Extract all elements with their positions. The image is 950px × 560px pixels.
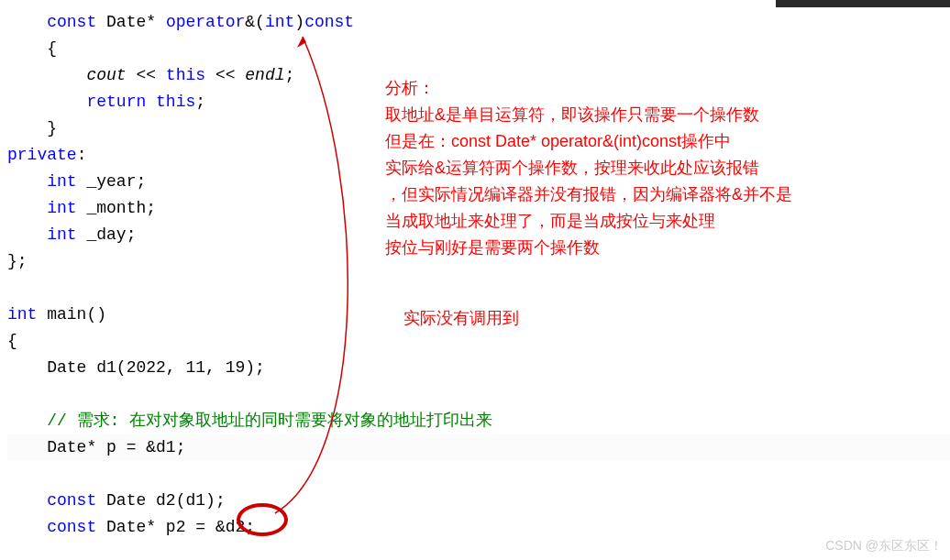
code-line bbox=[7, 381, 950, 408]
code-line bbox=[7, 461, 950, 488]
annotation-line: 分析： bbox=[385, 75, 926, 102]
code-line: Date d1(2022, 11, 19); bbox=[7, 355, 950, 381]
code-line: const Date* p2 = &d2; bbox=[7, 514, 950, 541]
annotation-note: 实际没有调用到 bbox=[403, 307, 519, 329]
code-line: const Date* operator&(int)const bbox=[7, 9, 950, 36]
annotation-line: 按位与刚好是需要两个操作数 bbox=[385, 235, 926, 261]
code-line bbox=[7, 275, 950, 302]
code-line: const Date d2(d1); bbox=[7, 488, 950, 514]
annotation-analysis: 分析： 取地址&是单目运算符，即该操作只需要一个操作数 但是在：const Da… bbox=[385, 75, 926, 261]
watermark: CSDN @东区东区！ bbox=[825, 538, 943, 555]
dark-header-fragment bbox=[776, 0, 950, 7]
annotation-line: ，但实际情况编译器并没有报错，因为编译器将&并不是 bbox=[385, 181, 926, 208]
code-line: // 需求: 在对对象取地址的同时需要将对象的地址打印出来 bbox=[7, 408, 950, 434]
annotation-line: 实际给&运算符两个操作数，按理来收此处应该报错 bbox=[385, 155, 926, 181]
annotation-line: 当成取地址来处理了，而是当成按位与来处理 bbox=[385, 208, 926, 235]
code-line: { bbox=[7, 36, 950, 62]
red-circle-highlight bbox=[237, 503, 288, 536]
code-line-current: Date* p = &d1; bbox=[7, 434, 950, 461]
code-line: { bbox=[7, 328, 950, 355]
annotation-line: 取地址&是单目运算符，即该操作只需要一个操作数 bbox=[385, 102, 926, 128]
annotation-line: 但是在：const Date* operator&(int)const操作中 bbox=[385, 128, 926, 155]
